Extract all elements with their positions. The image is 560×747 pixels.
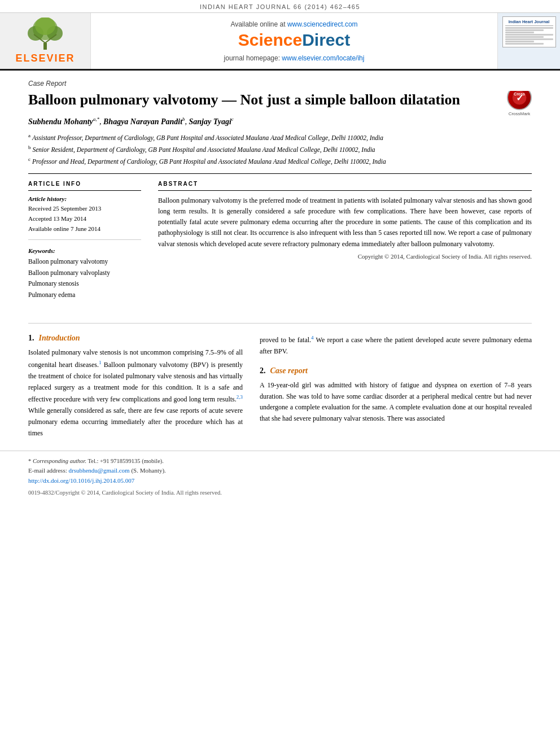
section-2-title: 2. Case report: [260, 366, 532, 375]
ref-1: 1: [99, 360, 102, 365]
email-note: E-mail address: drsubhendu@gmail.com (S.…: [28, 466, 532, 476]
ref-2-3: 2,3: [237, 394, 243, 400]
title-area: ✓ Cross CrossMark Balloon pulmonary valv…: [28, 91, 532, 116]
center-brand-area: Available online at www.sciencedirect.co…: [90, 13, 498, 69]
keyword-4: Pulmonary edema: [28, 290, 141, 301]
tel-text: Tel.: +91 9718599135 (mobile).: [88, 458, 164, 464]
article-history: Article history: Received 25 September 2…: [28, 194, 141, 234]
journal-header-bar: INDIAN HEART JOURNAL 66 (2014) 462–465: [0, 0, 560, 13]
journal-title-header: INDIAN HEART JOURNAL 66 (2014) 462–465: [200, 3, 360, 10]
section-1-text: Isolated pulmonary valve stenosis is not…: [28, 347, 243, 439]
doi-link[interactable]: http://dx.doi.org/10.1016/j.ihj.2014.05.…: [28, 477, 134, 484]
sciencedirect-link[interactable]: www.sciencedirect.com: [287, 20, 358, 28]
svg-rect-0: [43, 43, 47, 50]
accepted-date: Accepted 13 May 2014: [28, 214, 141, 224]
email-link[interactable]: drsubhendu@gmail.com: [68, 467, 129, 474]
author-1-sup: a,*: [93, 116, 99, 122]
section-1-heading: Introduction: [39, 334, 80, 343]
keywords-label: Keywords:: [28, 246, 141, 256]
journal-homepage-text: journal homepage: www.elsevier.com/locat…: [224, 54, 365, 62]
section-1-number: 1.: [28, 334, 34, 343]
article-type-label: Case Report: [28, 80, 532, 88]
main-content: Case Report ✓ Cross CrossMark Balloon pu…: [0, 71, 560, 312]
keyword-3: Pulmonary stenosis: [28, 278, 141, 290]
rule-1: [28, 173, 532, 174]
corresponding-note: * Corresponding author. Tel.: +91 971859…: [28, 457, 532, 466]
affiliation-c: cProfessor and Head, Department of Cardi…: [28, 156, 532, 167]
journal-thumb-lines: [505, 27, 553, 45]
body-content: 1. Introduction Isolated pulmonary valve…: [0, 312, 560, 450]
body-right-col: proved to be fatal.4 We report a case wh…: [260, 334, 532, 439]
journal-homepage-link[interactable]: www.elsevier.com/locate/ihj: [282, 54, 364, 62]
doi-line: http://dx.doi.org/10.1016/j.ihj.2014.05.…: [28, 476, 532, 486]
body-rule: [28, 323, 532, 324]
left-column: ARTICLE INFO Article history: Received 2…: [28, 181, 141, 300]
svg-text:Cross: Cross: [514, 92, 525, 96]
section-1-continued-text: proved to be fatal.4 We report a case wh…: [260, 334, 532, 357]
section-2-text: A 19-year-old girl was admitted with his…: [260, 380, 532, 425]
abstract-copyright: Copyright © 2014, Cardiological Society …: [158, 253, 532, 260]
affiliation-a: aAssistant Professor, Department of Card…: [28, 132, 532, 143]
thumb-line: [505, 38, 553, 40]
thumb-line: [505, 32, 534, 33]
footer-notes: * Corresponding author. Tel.: +91 971859…: [0, 451, 560, 507]
available-online-text: Available online at www.sciencedirect.co…: [230, 20, 357, 28]
section-2-heading: Case report: [270, 366, 308, 375]
section-2-number: 2.: [260, 366, 266, 375]
right-column: ABSTRACT Balloon pulmonary valvotomy is …: [158, 181, 532, 300]
elsevier-brand-text: ELSEVIER: [15, 53, 75, 64]
keyword-1: Balloon pulmonary valvotomy: [28, 256, 141, 268]
ref-4: 4: [311, 335, 314, 340]
brand-bar: ELSEVIER Available online at www.science…: [0, 13, 560, 71]
thumb-line: [505, 43, 544, 45]
elsevier-tree-icon: [20, 18, 71, 51]
abstract-header: ABSTRACT: [158, 181, 532, 187]
thumb-line: [505, 41, 534, 42]
available-online-date: Available online 7 June 2014: [28, 224, 141, 234]
keyword-2: Balloon pulmonary valvoplasty: [28, 268, 141, 279]
crossmark-area: ✓ Cross CrossMark: [507, 91, 532, 116]
journal-thumb-title: Indian Heart Journal: [505, 19, 553, 26]
sciencedirect-logo: ScienceDirect: [238, 30, 350, 50]
received-date: Received 25 September 2013: [28, 204, 141, 214]
email-label: E-mail address:: [28, 467, 67, 474]
crossmark-icon: ✓ Cross: [511, 91, 527, 106]
thumb-line: [505, 27, 553, 29]
author-3-sup: c: [231, 116, 234, 122]
thumb-line: [505, 36, 544, 38]
journal-thumb-card: Indian Heart Journal: [502, 16, 556, 47]
author-2-name: Bhagya Narayan Pandit: [103, 117, 182, 126]
elsevier-logo-area: ELSEVIER: [0, 13, 90, 69]
email-suffix: (S. Mohanty).: [131, 467, 165, 474]
abstract-text: Balloon pulmonary valvotomy is the prefe…: [158, 195, 532, 250]
history-label: Article history:: [28, 194, 141, 204]
article-title: Balloon pulmonary valvotomy — Not just a…: [28, 91, 532, 110]
article-info-header: ARTICLE INFO: [28, 181, 141, 187]
svg-point-4: [35, 18, 55, 35]
author-1-name: Subhendu Mohanty: [28, 117, 93, 126]
author-2-sup: b: [182, 116, 185, 122]
body-two-col: 1. Introduction Isolated pulmonary valve…: [28, 334, 532, 439]
authors-line: Subhendu Mohantya,*, Bhagya Narayan Pand…: [28, 116, 532, 126]
affiliations: aAssistant Professor, Department of Card…: [28, 132, 532, 167]
crossmark-label: CrossMark: [507, 111, 532, 116]
journal-thumbnail: Indian Heart Journal: [498, 13, 560, 69]
section-1-title: 1. Introduction: [28, 334, 243, 343]
author-3-name: Sanjay Tyagi: [189, 117, 231, 126]
thumb-line: [505, 34, 553, 36]
article-info-abstract: ARTICLE INFO Article history: Received 2…: [28, 181, 532, 300]
crossmark-badge: ✓ Cross: [507, 91, 532, 110]
issn-line: 0019-4832/Copyright © 2014, Cardiologica…: [28, 488, 532, 498]
body-left-col: 1. Introduction Isolated pulmonary valve…: [28, 334, 243, 439]
thumb-line: [505, 29, 544, 31]
keywords-section: Keywords: Balloon pulmonary valvotomy Ba…: [28, 246, 141, 300]
affiliation-b: bSenior Resident, Department of Cardiolo…: [28, 144, 532, 155]
